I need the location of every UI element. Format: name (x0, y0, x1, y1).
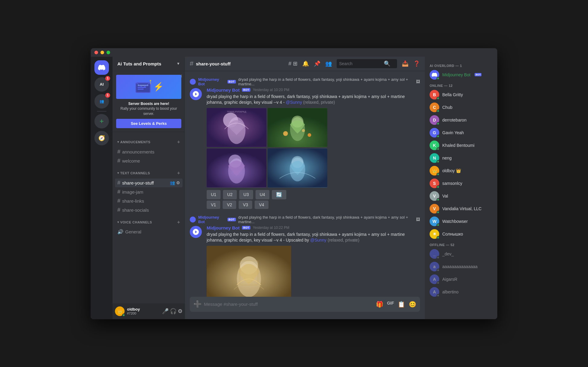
add-channel-icon[interactable]: + (177, 170, 180, 176)
member-status-dot (437, 236, 440, 239)
member-name: albertino (442, 289, 459, 294)
see-levels-button[interactable]: See Levels & Perks (116, 119, 181, 128)
messages-area[interactable]: Midjourney Bot BOT dryad playing the har… (185, 71, 425, 297)
button-v3[interactable]: V3 (239, 201, 252, 209)
server-icon-group[interactable]: 👥 1 (94, 94, 109, 109)
channel-header: # share-your-stuff # ⊞ 🔔 📌 👥 🔍 📥 ❓ (185, 57, 425, 71)
sticker-icon[interactable]: 📋 (398, 301, 405, 308)
user-controls: 🎤 🎧 ⚙ (162, 308, 183, 315)
button-u3[interactable]: U3 (239, 190, 253, 199)
members-sidebar: AI OVERLORD — 1 Midjourney Bot BOT ONLIN… (425, 57, 497, 319)
members-icon[interactable]: 👥 (325, 60, 332, 67)
minimize-button[interactable] (100, 51, 104, 54)
app-body: AI 1 👥 1 + 🧭 Ai Tuts and Prompts ▼ ✕ ↑ (91, 57, 497, 319)
chevron-icon: ▾ (117, 220, 119, 224)
message-group-1: Midjourney Bot BOT Yesterday at 10:20 PM… (185, 86, 425, 211)
help-icon[interactable]: ❓ (413, 60, 420, 67)
member-item-aaa[interactable]: а ааааааааааааааа (427, 261, 495, 273)
add-channel-icon[interactable]: + (177, 220, 180, 225)
emoji-icon[interactable]: 😊 (409, 301, 416, 308)
server-header[interactable]: Ai Tuts and Prompts ▼ (113, 57, 185, 71)
button-v1[interactable]: V1 (207, 201, 220, 209)
member-item-khaled[interactable]: K Khaled Bentoumi (427, 139, 495, 151)
member-status-dot (437, 281, 440, 284)
member-item-samsonlcy[interactable]: S samsonlcy (427, 177, 495, 189)
chevron-icon: ▾ (117, 140, 119, 144)
member-item-bella-gritty[interactable]: B Bella Gritty (427, 89, 495, 101)
announcements-category-header[interactable]: ▾ ANNOUCEMENTS + (117, 139, 180, 145)
maximize-button[interactable] (106, 51, 110, 54)
member-item-chub[interactable]: C Chub (427, 101, 495, 113)
add-file-button[interactable]: ➕ (193, 297, 202, 312)
username: oldboy (127, 307, 160, 312)
button-v4[interactable]: V4 (255, 201, 268, 209)
boost-banner: ✕ ↑ ⚡ Server Boosts are here! Ral (113, 71, 185, 132)
gif-icon[interactable]: GIF (387, 301, 394, 308)
image-icon: 🖼 (416, 79, 420, 84)
button-v2[interactable]: V2 (223, 201, 236, 209)
button-u4[interactable]: U4 (256, 190, 269, 199)
voice-channels-category-header[interactable]: ▾ VOICE CHANNELS + (117, 220, 180, 225)
channel-sidebar: Ai Tuts and Prompts ▼ ✕ ↑ ⚡ (113, 57, 185, 319)
server-divider (97, 111, 106, 112)
inline-author: Midjourney Bot (198, 215, 225, 224)
member-item-midjourney-bot[interactable]: Midjourney Bot BOT (427, 69, 495, 81)
member-name: Vandalia Virtual, LLC (442, 206, 482, 211)
boost-banner-text: Server Boosts are here! Rally your commu… (116, 101, 181, 116)
channel-item-share-your-stuff[interactable]: # share-your-stuff 👥 ⚙ (115, 179, 183, 187)
member-item-albertino[interactable]: A albertino (427, 286, 495, 298)
svg-point-13 (283, 131, 288, 136)
hash-icon: # (117, 158, 120, 164)
channel-item-share-socials[interactable]: # share-socials (115, 206, 183, 214)
notification-bell-icon[interactable]: 🔔 (302, 60, 309, 67)
channels-icon[interactable]: # ⊞ (288, 60, 297, 67)
channel-name: share-your-stuff (196, 61, 230, 66)
input-actions: 🎁 GIF 📋 😊 (376, 301, 416, 308)
inline-author: Midjourney Bot (198, 77, 225, 86)
svg-text:ТРАВД РУПАРАД: ТРАВД РУПАРАД (227, 110, 246, 113)
settings-icon[interactable]: ⚙ (178, 308, 183, 315)
add-channel-icon[interactable]: + (177, 139, 180, 145)
member-name: neng (442, 156, 452, 160)
channel-item-share-links[interactable]: # share-links (115, 197, 183, 205)
server-icon-discord[interactable] (94, 60, 109, 75)
member-item-dev[interactable]: _ _dev_ (427, 248, 495, 260)
member-item-neng[interactable]: N neng (427, 152, 495, 164)
discover-button[interactable]: 🧭 (94, 131, 109, 145)
member-item-oldboy[interactable]: 👑 oldboy 👑 (427, 165, 495, 177)
message-input[interactable] (204, 298, 373, 310)
member-name: Khaled Bentoumi (442, 143, 475, 148)
button-refresh[interactable]: 🔄 (272, 190, 286, 199)
member-avatar (430, 70, 439, 80)
app-window: AI 1 👥 1 + 🧭 Ai Tuts and Prompts ▼ ✕ ↑ (91, 48, 497, 319)
text-channels-category-header[interactable]: ▾ TEXT CHANNELS + (117, 170, 180, 176)
channel-item-announcements[interactable]: # announcements (115, 147, 183, 156)
member-item-gavin-yeah[interactable]: G Gavin Yeah (427, 127, 495, 139)
member-item-derrotebaron[interactable]: D derrotebaron (427, 114, 495, 126)
button-u1[interactable]: U1 (207, 190, 221, 199)
pin-icon[interactable]: 📌 (314, 60, 320, 67)
member-item-vandalia[interactable]: V Vandalia Virtual, LLC (427, 203, 495, 215)
close-button[interactable] (94, 51, 98, 54)
member-item-watchbowser[interactable]: W Watchbowser (427, 215, 495, 227)
member-avatar: N (430, 153, 439, 163)
image-cell-3 (207, 148, 266, 188)
gift-icon[interactable]: 🎁 (376, 301, 383, 308)
inbox-icon[interactable]: 📥 (402, 60, 408, 67)
channel-item-welcome[interactable]: # welcome (115, 157, 183, 165)
member-item-val[interactable]: V Val (427, 190, 495, 202)
server-name: Ai Tuts and Prompts (117, 61, 161, 66)
member-status-dot (437, 147, 440, 150)
channel-item-general-voice[interactable]: 🔊 General (115, 228, 183, 236)
channel-item-image-jam[interactable]: # image-jam (115, 188, 183, 196)
search-icon: 🔍 (384, 60, 390, 67)
member-item-solnyshko[interactable]: ☀ Солнышко (427, 228, 495, 240)
search-input[interactable] (339, 61, 381, 66)
microphone-icon[interactable]: 🎤 (162, 308, 169, 315)
headphones-icon[interactable]: 🎧 (170, 308, 176, 315)
add-server-button[interactable]: + (94, 114, 109, 128)
server-icon-ai[interactable]: AI 1 (94, 77, 109, 92)
message-timestamp: Yesterday at 10:22 PM (253, 226, 289, 230)
member-item-aigars[interactable]: A AigarsR (427, 273, 495, 285)
button-u2[interactable]: U2 (223, 190, 237, 199)
